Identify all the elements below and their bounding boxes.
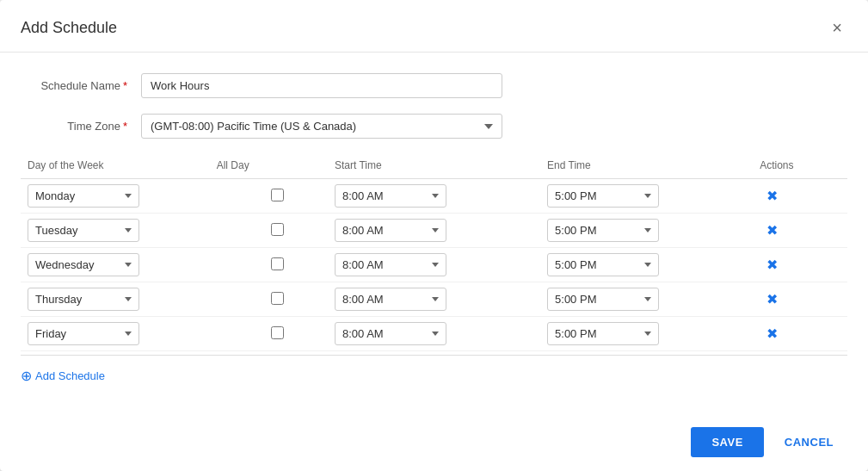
end-time-select[interactable]: 12:00 AM12:30 AM1:00 AM1:30 AM2:00 AM2:3…	[547, 219, 659, 242]
delete-row-button[interactable]: ✖	[760, 289, 785, 309]
col-header-start: Start Time	[328, 154, 540, 179]
day-select[interactable]: SundayMondayTuesdayWednesdayThursdayFrid…	[28, 288, 139, 311]
all-day-checkbox[interactable]	[271, 292, 284, 305]
start-time-select[interactable]: 12:00 AM12:30 AM1:00 AM1:30 AM2:00 AM2:3…	[335, 184, 446, 208]
dialog-header: Add Schedule ×	[0, 0, 868, 53]
add-schedule-label: Add Schedule	[35, 369, 105, 382]
table-row: SundayMondayTuesdayWednesdayThursdayFrid…	[21, 214, 847, 248]
day-select[interactable]: SundayMondayTuesdayWednesdayThursdayFrid…	[28, 322, 139, 345]
cancel-button[interactable]: CANCEL	[771, 427, 847, 457]
end-time-select[interactable]: 12:00 AM12:30 AM1:00 AM1:30 AM2:00 AM2:3…	[547, 288, 659, 311]
all-day-checkbox[interactable]	[271, 189, 284, 201]
dialog-title: Add Schedule	[21, 19, 117, 37]
end-time-select[interactable]: 12:00 AM12:30 AM1:00 AM1:30 AM2:00 AM2:3…	[547, 253, 659, 276]
start-time-select[interactable]: 12:00 AM12:30 AM1:00 AM1:30 AM2:00 AM2:3…	[335, 288, 446, 311]
required-indicator: *	[123, 79, 127, 92]
add-schedule-dialog: Add Schedule × Schedule Name* Time Zone*…	[0, 0, 868, 471]
schedule-name-label: Schedule Name*	[21, 79, 141, 92]
start-time-select[interactable]: 12:00 AM12:30 AM1:00 AM1:30 AM2:00 AM2:3…	[335, 322, 446, 345]
save-button[interactable]: SAVE	[691, 427, 763, 457]
start-time-select[interactable]: 12:00 AM12:30 AM1:00 AM1:30 AM2:00 AM2:3…	[335, 253, 446, 276]
table-bottom-divider	[21, 355, 847, 356]
start-time-select[interactable]: 12:00 AM12:30 AM1:00 AM1:30 AM2:00 AM2:3…	[335, 219, 446, 242]
delete-row-button[interactable]: ✖	[760, 255, 785, 275]
end-time-select[interactable]: 12:00 AM12:30 AM1:00 AM1:30 AM2:00 AM2:3…	[547, 322, 659, 345]
add-circle-icon: ⊕	[21, 368, 32, 384]
col-header-actions: Actions	[753, 154, 847, 179]
table-row: SundayMondayTuesdayWednesdayThursdayFrid…	[21, 317, 847, 351]
close-button[interactable]: ×	[827, 17, 847, 38]
required-indicator-tz: *	[123, 120, 127, 133]
schedule-table: Day of the Week All Day Start Time End T…	[21, 154, 847, 351]
timezone-row: Time Zone* (GMT-12:00) International Dat…	[21, 114, 847, 139]
dialog-body: Schedule Name* Time Zone* (GMT-12:00) In…	[0, 53, 868, 413]
dialog-footer: SAVE CANCEL	[0, 413, 868, 471]
timezone-select[interactable]: (GMT-12:00) International Date Line West…	[141, 114, 502, 139]
delete-row-button[interactable]: ✖	[760, 220, 785, 240]
col-header-end: End Time	[540, 154, 753, 179]
table-row: SundayMondayTuesdayWednesdayThursdayFrid…	[21, 248, 847, 282]
add-schedule-link[interactable]: ⊕Add Schedule	[21, 364, 105, 387]
table-row: SundayMondayTuesdayWednesdayThursdayFrid…	[21, 179, 847, 214]
table-row: SundayMondayTuesdayWednesdayThursdayFrid…	[21, 282, 847, 317]
end-time-select[interactable]: 12:00 AM12:30 AM1:00 AM1:30 AM2:00 AM2:3…	[547, 184, 659, 208]
delete-row-button[interactable]: ✖	[760, 324, 785, 344]
col-header-allday: All Day	[210, 154, 328, 179]
day-select[interactable]: SundayMondayTuesdayWednesdayThursdayFrid…	[28, 219, 139, 242]
delete-row-button[interactable]: ✖	[760, 186, 785, 206]
schedule-name-row: Schedule Name*	[21, 73, 847, 98]
all-day-checkbox[interactable]	[271, 223, 284, 236]
all-day-checkbox[interactable]	[271, 326, 284, 339]
schedule-name-input[interactable]	[141, 73, 502, 98]
col-header-day: Day of the Week	[21, 154, 210, 179]
all-day-checkbox[interactable]	[271, 257, 284, 270]
day-select[interactable]: SundayMondayTuesdayWednesdayThursdayFrid…	[28, 253, 139, 276]
timezone-label: Time Zone*	[21, 120, 141, 133]
day-select[interactable]: SundayMondayTuesdayWednesdayThursdayFrid…	[28, 184, 139, 208]
